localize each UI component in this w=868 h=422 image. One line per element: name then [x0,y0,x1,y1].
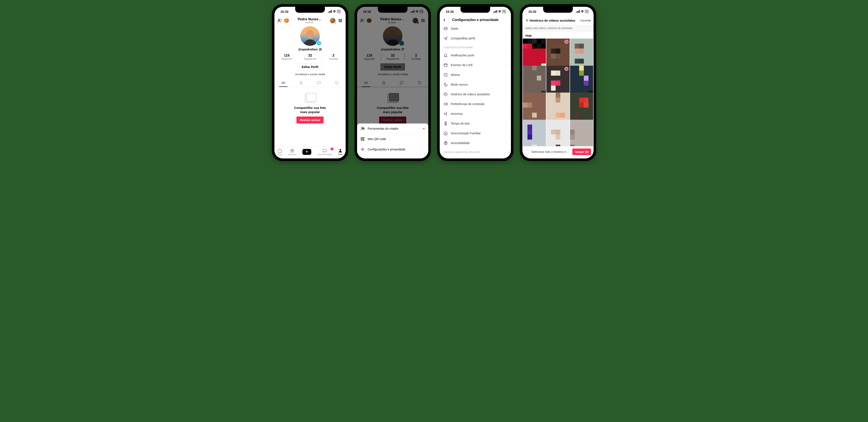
chevron-right-icon: › [506,93,507,96]
cancel-button[interactable]: Cancelar [580,19,591,22]
settings-row-balance[interactable]: Saldo› [440,24,511,33]
selected-checkmark-icon [564,67,568,71]
add-friend-icon[interactable] [277,18,282,23]
settings-row-live-events[interactable]: Eventos de LIVE› [440,60,511,70]
username-row[interactable]: @opedrohen [274,47,346,51]
svg-rect-44 [363,139,364,140]
video-icon [443,102,448,106]
svg-rect-62 [576,12,577,13]
chevron-right-icon: › [506,83,507,86]
account-dropdown[interactable]: Pedro Nunes⌄ ele/dele [298,18,321,24]
chevron-right-icon: › [506,122,507,125]
nav-create-button[interactable]: + [302,149,311,155]
svg-rect-18 [300,83,302,84]
settings-row-share-profile[interactable]: Compartilhar perfil› [440,33,511,43]
settings-row-language[interactable]: AIdioma› [440,70,511,80]
signal-icon [328,10,332,13]
settings-row-content-prefs[interactable]: Preferências de conteúdo› [440,99,511,109]
svg-rect-65 [579,10,580,13]
svg-rect-1 [329,11,330,13]
nav-bar: Início Descobrir + 3 Caixa de entrada Pe… [274,146,346,159]
svg-rect-47 [493,12,494,13]
empty-title: Compartilhe sua foto mais popular [294,106,326,114]
sheet-item-settings[interactable]: Configurações e privacidade [357,144,428,155]
video-thumb[interactable] [570,120,593,147]
gear-icon [361,147,365,152]
video-thumb[interactable] [523,120,546,147]
account-switch-avatar[interactable]: 1 [330,18,336,23]
signal-icon [576,10,580,13]
wallet-icon [443,27,448,31]
select-all-label[interactable]: Selecionar todo o histórico de assis... [531,150,570,153]
tab-reposts[interactable] [310,79,328,87]
svg-rect-64 [578,10,579,13]
qr-small-icon [319,48,322,51]
settings-row-watch-history[interactable]: Histórico de vídeos assistidos› [440,89,511,99]
edit-profile-button[interactable]: Editar Perfil [298,63,322,70]
svg-point-46 [362,149,363,150]
bottom-sheet: Ferramentas do criador Meu QR code Confi… [357,124,428,159]
svg-rect-14 [321,50,322,51]
upload-button[interactable]: Realizar upload [297,117,323,124]
back-button[interactable] [442,18,447,22]
tab-posts[interactable] [274,79,292,87]
chevron-right-icon: › [506,141,507,145]
section-cache: CACHE E DADOS DE CELULAR [440,148,511,155]
sheet-item-qr-code[interactable]: Meu QR code [357,134,428,144]
settings-row-dark-mode[interactable]: Modo escuro› [440,80,511,89]
tab-liked[interactable] [328,79,346,87]
chevron-down-icon: ⌄ [319,18,321,21]
svg-text:A: A [445,74,446,76]
phone-2-menu-sheet: 15:32 71 Pedro Nunes⌄ ele/dele 1 [354,4,431,161]
megaphone-icon [443,111,448,116]
settings-header: Configurações e privacidade [440,16,511,24]
pumpkin-icon[interactable] [284,19,289,23]
select-all-radio[interactable] [525,150,529,154]
language-icon: A [443,73,448,77]
status-time: 15:32 [446,10,454,13]
stat-likes[interactable]: 2 Curtidas [322,54,345,60]
svg-rect-42 [363,137,364,139]
nav-profile[interactable]: Perfil [338,148,343,156]
nav-home[interactable]: Início [277,148,282,156]
hourglass-icon [443,121,448,126]
settings-row-push[interactable]: Notificações push› [440,51,511,60]
sheet-item-creator-tools[interactable]: Ferramentas do criador [357,124,428,134]
bottom-sheet-overlay[interactable]: Ferramentas do criador Meu QR code Confi… [357,7,428,159]
bell-icon [443,53,448,57]
settings-row-family-pairing[interactable]: Sincronização Familiar› [440,128,511,138]
settings-row-accessibility[interactable]: Acessibilidade› [440,138,511,148]
delete-button[interactable]: Apagar (2) [572,149,591,155]
info-banner[interactable]: Saiba mais sobre o histórico de assistid… [522,25,594,32]
profile-avatar[interactable]: + [274,26,346,46]
chevron-right-icon: › [506,112,507,116]
notch [295,7,325,13]
battery-icon: 71 [337,10,341,13]
section-content-activity: CONTEÚDO E ATIVIDADE [440,43,511,51]
date-section-today: Hoje [522,32,594,38]
battery-icon: 71 [585,10,588,13]
history-footer: Selecionar todo o histórico de assis... … [522,146,594,159]
svg-rect-58 [444,103,446,105]
pronouns: ele/dele [298,21,321,24]
wifi-icon [498,10,501,13]
svg-rect-41 [361,137,362,139]
share-icon [443,36,448,40]
settings-row-screen-time[interactable]: Tempo de tela› [440,119,511,128]
settings-row-ads[interactable]: Anúncios› [440,109,511,119]
wifi-icon [581,10,584,13]
add-story-icon[interactable]: + [316,41,321,46]
hamburger-menu-icon[interactable] [338,18,343,23]
history-header: Histórico de vídeos assistidos Cancelar [522,16,594,25]
nav-discover[interactable]: Descobrir [288,148,297,156]
video-thumb[interactable] [546,120,569,147]
tab-locked[interactable] [292,79,310,87]
bio-text: Jornalista e social media [274,73,346,76]
svg-point-40 [361,127,363,129]
selected-checkmark-icon [564,40,568,44]
stat-following[interactable]: 116 Seguindo [275,54,299,60]
stats-row: 116 Seguindo 32 Seguidores 2 Curtidas [274,54,346,60]
stat-followers[interactable]: 32 Seguidores [299,54,322,60]
nav-inbox[interactable]: 3 Caixa de entrada [317,148,332,156]
svg-rect-51 [444,28,447,30]
